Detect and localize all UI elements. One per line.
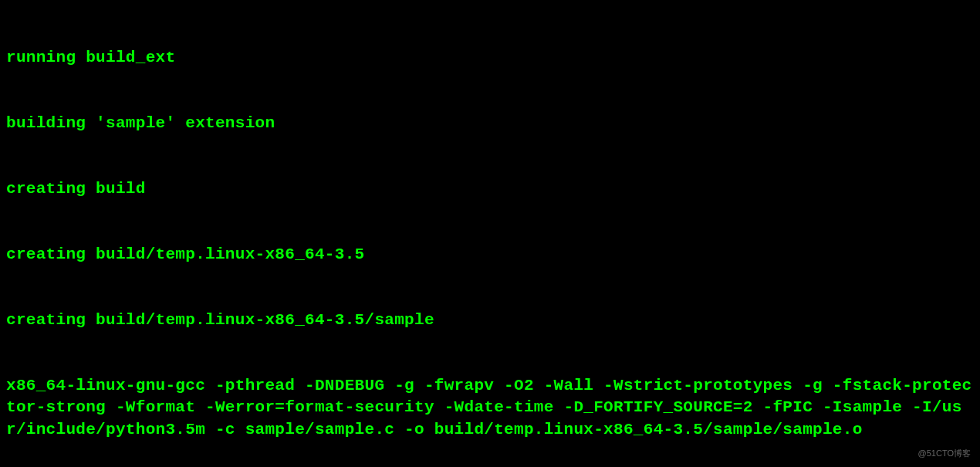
terminal-line: running build_ext [6,47,974,69]
terminal-output: running build_ext building 'sample' exte… [6,3,974,467]
terminal-line: creating build/temp.linux-x86_64-3.5/sam… [6,310,974,331]
terminal-line: creating build/temp.linux-x86_64-3.5 [6,244,974,266]
terminal-line: x86_64-linux-gnu-gcc -pthread -DNDEBUG -… [6,375,974,441]
terminal-line: building 'sample' extension [6,113,974,134]
watermark: @51CTO博客 [918,448,971,459]
terminal-line: creating build [6,178,974,200]
